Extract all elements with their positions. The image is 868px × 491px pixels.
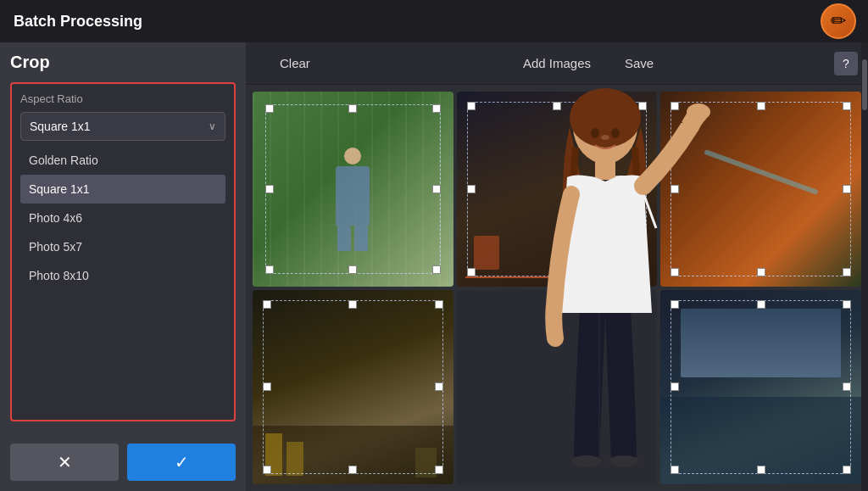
scrollbar-thumb[interactable]: [862, 59, 867, 110]
aspect-ratio-dropdown[interactable]: Square 1x1 ∨: [20, 112, 225, 141]
pencil-button[interactable]: ✏: [821, 3, 856, 39]
bottom-buttons: ✕ ✓: [10, 435, 236, 481]
left-panel: Crop Aspect Ratio Square 1x1 ∨ Golden Ra…: [0, 42, 246, 491]
image-cell-lake[interactable]: [660, 290, 861, 485]
image-lake: [660, 290, 861, 485]
image-cell-autumn[interactable]: [660, 92, 861, 287]
aspect-ratio-label: Aspect Ratio: [20, 92, 225, 105]
image-cell-center-bottom[interactable]: [457, 290, 658, 485]
cancel-button[interactable]: ✕: [10, 444, 119, 481]
option-golden-ratio[interactable]: Golden Ratio: [20, 146, 225, 175]
scrollbar[interactable]: [861, 42, 868, 491]
option-photo-5x7[interactable]: Photo 5x7: [20, 232, 225, 261]
main-layout: Crop Aspect Ratio Square 1x1 ∨ Golden Ra…: [0, 42, 868, 491]
title-bar: Batch Processing ✏: [0, 0, 868, 42]
save-button[interactable]: Save: [625, 56, 654, 70]
clear-button[interactable]: Clear: [263, 42, 327, 84]
option-photo-4x6[interactable]: Photo 4x6: [20, 204, 225, 232]
app-title: Batch Processing: [14, 13, 142, 31]
image-city: [253, 290, 453, 485]
option-photo-8x10[interactable]: Photo 8x10: [20, 261, 225, 290]
right-panel: Clear Add Images Save ?: [246, 42, 868, 491]
image-cell-rollercoaster[interactable]: [457, 92, 658, 287]
image-rollercoaster: [457, 92, 658, 287]
confirm-button[interactable]: ✓: [127, 444, 236, 481]
image-greenhouse: [253, 92, 453, 287]
dropdown-list: Golden Ratio Square 1x1 Photo 4x6 Photo …: [20, 146, 225, 290]
aspect-ratio-box: Aspect Ratio Square 1x1 ∨ Golden Ratio S…: [10, 82, 236, 421]
help-button[interactable]: ?: [834, 52, 858, 75]
image-cell-greenhouse[interactable]: [253, 92, 453, 287]
chevron-down-icon: ∨: [209, 120, 216, 132]
help-icon: ?: [843, 57, 849, 70]
image-autumn: [660, 92, 861, 287]
cancel-icon: ✕: [58, 452, 72, 472]
crop-label: Crop: [10, 53, 236, 72]
image-cell-city[interactable]: [253, 290, 453, 485]
toolbar: Clear Add Images Save ?: [246, 42, 868, 85]
confirm-icon: ✓: [175, 452, 189, 472]
dropdown-selected-value: Square 1x1: [30, 120, 91, 133]
pencil-icon: ✏: [831, 10, 846, 32]
option-square-1x1[interactable]: Square 1x1: [20, 175, 225, 204]
image-grid: [246, 85, 868, 491]
add-images-button[interactable]: Add Images: [523, 56, 591, 70]
